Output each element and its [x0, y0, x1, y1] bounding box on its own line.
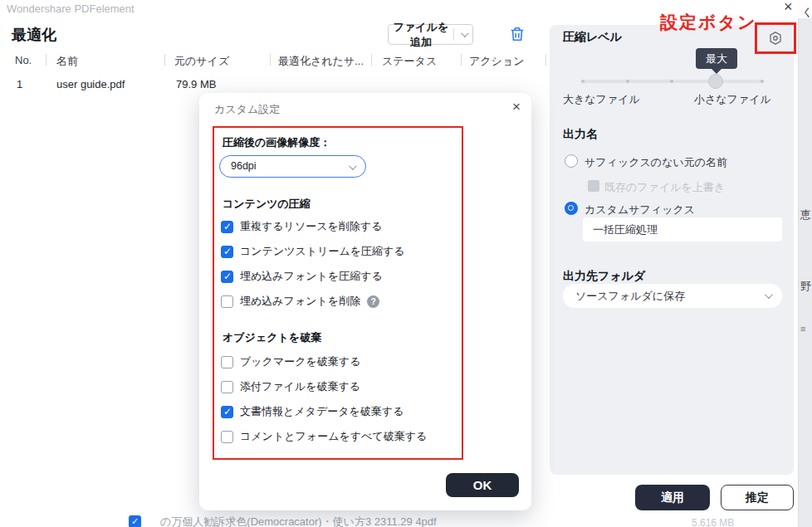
- edge-glyph-icon: ≡: [800, 324, 805, 334]
- radio-custom-suffix[interactable]: [565, 202, 578, 215]
- col-header-optimized-size[interactable]: 最適化されたサ...: [278, 54, 364, 69]
- checkbox-label: 添付ファイルを破棄する: [240, 379, 360, 394]
- row-number: 1: [17, 78, 22, 90]
- checkbox-discard-attachments[interactable]: 添付ファイルを破棄する: [221, 380, 360, 393]
- checkbox-label: ブックマークを破棄する: [240, 354, 360, 369]
- checkbox-icon[interactable]: [221, 356, 233, 368]
- slider-tick[interactable]: [581, 80, 585, 83]
- suffix-input[interactable]: 一括圧縮処理: [583, 217, 782, 242]
- apply-button[interactable]: 適用: [635, 485, 710, 510]
- header-divider: [164, 54, 165, 66]
- header-divider: [461, 54, 462, 66]
- row-original-size: 79.9 MB: [176, 78, 216, 90]
- resolution-label: 圧縮後の画像解像度：: [223, 135, 330, 150]
- header-divider: [371, 54, 372, 66]
- compression-level-label: 圧縮レベル: [563, 30, 622, 45]
- gear-icon[interactable]: [768, 31, 783, 46]
- checkbox-overwrite-existing: [588, 180, 599, 192]
- discard-objects-section-label: オブジェクトを破棄: [223, 330, 321, 345]
- compression-slider-handle[interactable]: [708, 74, 723, 89]
- radio-custom-suffix-label[interactable]: カスタムサフィックス: [585, 203, 695, 217]
- clipped-row-file-name[interactable]: の万個人勧訴求色(Democracator)・使い方3 2311.29 4pdf: [160, 515, 437, 527]
- col-header-original-size[interactable]: 元のサイズ: [174, 54, 229, 69]
- edge-glyph: 恵: [800, 207, 811, 222]
- chevron-down-icon: [349, 162, 357, 170]
- checkbox-label: 重複するリソースを削除する: [240, 219, 382, 234]
- content-compression-section-label: コンテンツの圧縮: [223, 197, 311, 212]
- checkbox-compress-content-streams[interactable]: コンテンツストリームを圧縮する: [221, 245, 405, 258]
- dialog-close-icon[interactable]: ×: [512, 99, 521, 115]
- header-divider: [545, 54, 546, 66]
- resolution-select[interactable]: 96dpi: [219, 155, 366, 178]
- chevron-down-icon: [765, 290, 773, 299]
- add-file-label: ファイルを追加: [389, 20, 453, 50]
- checkbox-discard-bookmarks[interactable]: ブックマークを破棄する: [221, 355, 360, 368]
- checkbox-remove-embedded-fonts[interactable]: 埋め込みフォントを削除 ?: [221, 295, 379, 308]
- checkbox-remove-duplicate-resources[interactable]: 重複するリソースを削除する: [221, 220, 382, 233]
- checkbox-discard-comments-forms[interactable]: コメントとフォームをすべて破棄する: [221, 430, 427, 443]
- checkbox-label: 埋め込みフォントを削除: [240, 294, 360, 309]
- col-header-name[interactable]: 名前: [56, 54, 78, 69]
- header-divider: [270, 54, 271, 66]
- checkbox-label: コメントとフォームをすべて破棄する: [240, 429, 427, 444]
- ok-button[interactable]: OK: [446, 473, 519, 497]
- slider-tick[interactable]: [761, 80, 764, 83]
- row-file-name[interactable]: user guide.pdf: [56, 78, 125, 90]
- checkbox-icon[interactable]: [221, 406, 233, 418]
- help-icon[interactable]: ?: [367, 295, 379, 308]
- radio-original-name[interactable]: [565, 154, 578, 168]
- col-header-action[interactable]: アクション: [469, 54, 525, 69]
- estimate-button[interactable]: 推定: [721, 485, 794, 510]
- checkbox-icon[interactable]: [221, 271, 233, 283]
- checkbox-icon[interactable]: [221, 381, 233, 393]
- checkbox-compress-embedded-fonts[interactable]: 埋め込みフォントを圧縮する: [221, 270, 383, 283]
- checkbox-icon[interactable]: [221, 431, 233, 443]
- checkbox-icon[interactable]: [221, 221, 233, 233]
- edge-glyph: く: [802, 5, 812, 20]
- add-file-button[interactable]: ファイルを追加: [388, 24, 473, 45]
- output-folder-select[interactable]: ソースフォルダに保存: [563, 284, 782, 308]
- checkbox-label: 文書情報とメタデータを破棄する: [240, 404, 404, 419]
- slider-tick[interactable]: [670, 80, 673, 83]
- edge-glyph: 野: [800, 279, 811, 294]
- output-folder-value: ソースフォルダに保存: [575, 290, 685, 302]
- chevron-down-icon: [460, 29, 468, 37]
- background-panel-edge: [798, 18, 812, 527]
- window-close-icon[interactable]: ×: [784, 0, 793, 16]
- slider-left-label: 大きなファイル: [563, 92, 640, 107]
- checkbox-icon[interactable]: [221, 246, 233, 258]
- checkbox-label: 埋め込みフォントを圧縮する: [240, 269, 383, 284]
- header-divider: [46, 54, 46, 66]
- trash-icon[interactable]: [508, 25, 526, 43]
- add-file-dropdown[interactable]: [454, 32, 472, 37]
- resolution-value: 96dpi: [231, 160, 257, 172]
- checkbox-icon[interactable]: [221, 295, 233, 308]
- row-checkbox[interactable]: ✓: [129, 515, 141, 527]
- dialog-title: カスタム設定: [214, 102, 280, 117]
- checkbox-discard-document-info[interactable]: 文書情報とメタデータを破棄する: [221, 405, 404, 418]
- page-title: 最適化: [12, 25, 56, 45]
- checkbox-overwrite-label: 既存のファイルを上書き: [604, 180, 725, 195]
- col-header-status[interactable]: ステータス: [382, 54, 437, 69]
- clipped-row-size: 5.616 MB: [692, 517, 734, 527]
- col-header-no[interactable]: No.: [15, 54, 32, 66]
- app-title: Wondershare PDFelement: [7, 2, 135, 15]
- radio-original-name-label[interactable]: サフィックスのない元の名前: [585, 155, 727, 170]
- output-name-label: 出力名: [563, 127, 598, 142]
- slider-tooltip: 最大: [696, 48, 737, 69]
- slider-right-label: 小さなファイル: [694, 92, 771, 107]
- slider-tick[interactable]: [626, 80, 629, 83]
- checkbox-label: コンテンツストリームを圧縮する: [240, 244, 405, 259]
- output-folder-label: 出力先フォルダ: [563, 269, 645, 284]
- settings-annotation-text: 設定ボタン: [660, 11, 756, 34]
